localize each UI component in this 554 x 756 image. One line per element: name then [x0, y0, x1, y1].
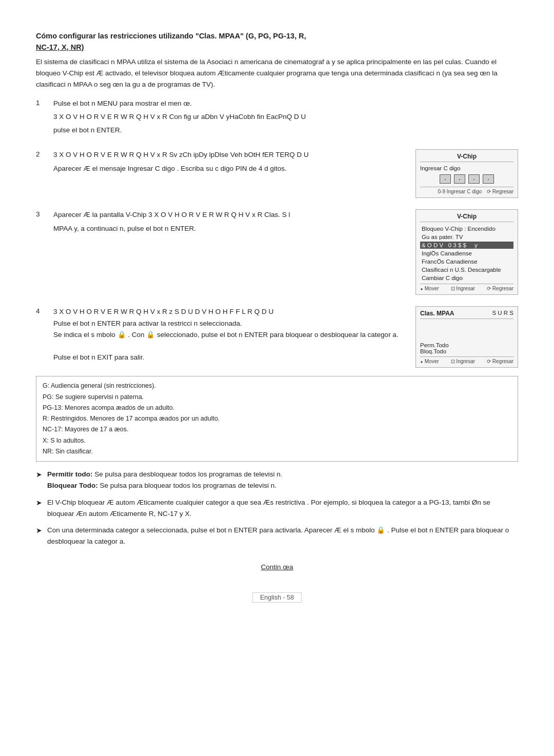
rating-box: G: Audiencia general (sin restricciones)… — [36, 376, 518, 462]
vchip-screen-2: V-Chip Bloqueo V-Chip : Encendido Gu as … — [416, 209, 518, 295]
arrow-items: ➤ Permitir todo: Se pulsa para desbloque… — [36, 469, 518, 548]
rating-nc17: NC-17: Mayores de 17 a æos. — [43, 424, 511, 435]
vchip-row-guias: Gu as pater. TV — [420, 233, 513, 241]
step-1-line2: 3 X O V H O R V E R W R Q H V x R Con fi… — [53, 111, 518, 123]
step-1-number: 1 — [36, 98, 45, 107]
vchip-row-bloq: Bloq.Todo — [420, 348, 513, 354]
step-2-line1: 3 X O V H O R V E R W R Q H V x R Sv zCh… — [53, 149, 407, 161]
step-4-screen: Clas. MPAA S U R S Perm.Todo Bloq.Todo ⬥… — [416, 306, 518, 368]
arrow-item-1: ➤ Permitir todo: Se pulsa para desbloque… — [36, 469, 518, 492]
vchip-row-clase: & O D V 0 3 $ $ y — [420, 242, 513, 249]
vchip-empty-area — [420, 322, 513, 342]
step-3-screen: V-Chip Bloqueo V-Chip : Encendido Gu as … — [416, 209, 518, 295]
arrow-3-text: Con una determinada categor a selecciona… — [47, 525, 518, 548]
footer-enter-2: ⊡ Ingresar — [451, 286, 475, 291]
step-3-line2: MPAA y, a continuaci n, pulse el bot n E… — [53, 223, 407, 234]
step-4-line4: Pulse el bot n EXIT para salir. — [53, 352, 407, 363]
step-4-line2: Pulse el bot n ENTER para activar la res… — [53, 318, 407, 329]
vchip-row-frances: FrancÖs Canadiense — [420, 258, 513, 265]
arrow-3-icon: ➤ — [36, 525, 47, 536]
step-2-number: 2 — [36, 149, 45, 158]
rating-nr: NR: Sin clasificar. — [43, 446, 511, 457]
vchip-screen-right: S U R S — [492, 310, 513, 317]
arrow-item-2: ➤ El V-Chip bloquear Æ autom Æticamente … — [36, 497, 518, 520]
footer-enter-1: 0-9 Ingresar C digo — [438, 189, 482, 194]
footer-enter-3: ⊡ Ingresar — [451, 359, 475, 364]
step-1-content: Pulse el bot n MENU para mostrar el men … — [53, 98, 518, 138]
pin-dot-1: · — [440, 174, 451, 184]
step-4-number: 4 — [36, 306, 45, 315]
rating-pg13: PG-13: Menores acompa æados de un adulto… — [43, 403, 511, 413]
pin-dot-4: · — [483, 174, 494, 184]
step-2: 2 3 X O V H O R V E R W R Q H V x R Sv z… — [36, 149, 518, 198]
step-4: 4 3 X O V H O R V E R W R Q H V x R z S … — [36, 306, 518, 368]
footer-return-1: ⟳ Regresar — [487, 189, 513, 194]
footer-move-3: ⬥ Mover — [420, 359, 439, 364]
vchip-footer-1: 0-9 Ingresar C digo ⟳ Regresar — [420, 187, 513, 194]
arrow-item-3: ➤ Con una determinada categor a seleccio… — [36, 525, 518, 548]
arrow-2-icon: ➤ — [36, 497, 47, 509]
pin-dot-2: · — [454, 174, 465, 184]
footer-return-2: ⟳ Regresar — [487, 286, 513, 291]
arrow-1-icon: ➤ — [36, 469, 47, 481]
step-4-line3: Se indica el s mbolo 🔒 . Con 🔒 seleccion… — [53, 329, 407, 341]
vchip-footer-2: ⬥ Mover ⊡ Ingresar ⟳ Regresar — [420, 284, 513, 291]
step-1: 1 Pulse el bot n MENU para mostrar el me… — [36, 98, 518, 138]
rating-pg: PG: Se sugiere supervisi n paterna. — [43, 392, 511, 403]
vchip-row-descargable: Clasificaci n U.S. Descargable — [420, 266, 513, 273]
rating-x: X: S lo adultos. — [43, 435, 511, 446]
intro-paragraph: El sistema de clasificaci n MPAA utiliza… — [36, 56, 518, 91]
vchip-row-ingles: InglÖs Canadiense — [420, 250, 513, 257]
vchip-row-perm: Perm.Todo — [420, 342, 513, 348]
page-subtitle: NC-17, X, NR) — [36, 43, 518, 51]
step-2-line2: Aparecer Æ el mensaje Ingresar C digo . … — [53, 163, 407, 174]
step-4-content: 3 X O V H O R V E R W R Q H V x R z S D … — [53, 306, 407, 363]
arrow-2-text: El V-Chip bloquear Æ autom Æticamente cu… — [47, 497, 518, 520]
step-3: 3 Aparecer Æ la pantalla V-Chip 3 X O V … — [36, 209, 518, 295]
vchip-screen-1: V-Chip Ingresar C digo · · · · 0-9 Ingre… — [416, 149, 518, 198]
vchip-title-3: Clas. MPAA — [420, 310, 454, 317]
step-2-screen: V-Chip Ingresar C digo · · · · 0-9 Ingre… — [416, 149, 518, 198]
arrow-1-text: Permitir todo: Se pulsa para desbloquear… — [47, 469, 283, 492]
vchip-row-cambiar: Cambiar C digo — [420, 274, 513, 282]
pin-dot-3: · — [468, 174, 480, 184]
footer-move-2: ⬥ Mover — [420, 286, 439, 291]
step-3-line1: Aparecer Æ la pantalla V-Chip 3 X O V H … — [53, 209, 407, 221]
step-4-line1: 3 X O V H O R V E R W R Q H V x R z S D … — [53, 306, 407, 317]
vchip-label-1: Ingresar C digo — [420, 165, 513, 171]
step-2-content: 3 X O V H O R V E R W R Q H V x R Sv zCh… — [53, 149, 407, 176]
rating-g: G: Audiencia general (sin restricciones)… — [43, 381, 511, 391]
vchip-footer-3: ⬥ Mover ⊡ Ingresar ⟳ Regresar — [420, 356, 513, 364]
continua-link: Contin œa — [36, 563, 518, 571]
step-3-content: Aparecer Æ la pantalla V-Chip 3 X O V H … — [53, 209, 407, 236]
rating-r: R: Restringidos. Menores de 17 acompa æa… — [43, 413, 511, 424]
vchip-title-2: V-Chip — [420, 213, 513, 222]
vchip-title-1: V-Chip — [420, 153, 513, 162]
vchip-row-bloqueo: Bloqueo V-Chip : Encendido — [420, 225, 513, 232]
step-1-line1: Pulse el bot n MENU para mostrar el men … — [53, 98, 518, 109]
step-1-line3: pulse el bot n ENTER. — [53, 125, 518, 136]
page-number: English - 58 — [252, 592, 302, 603]
footer-return-3: ⟳ Regresar — [487, 359, 513, 364]
pin-dots: · · · · — [420, 174, 513, 184]
vchip-screen-3: Clas. MPAA S U R S Perm.Todo Bloq.Todo ⬥… — [416, 306, 518, 368]
step-3-number: 3 — [36, 209, 45, 218]
page-title: Cómo configurar las restricciones utiliz… — [36, 31, 518, 42]
